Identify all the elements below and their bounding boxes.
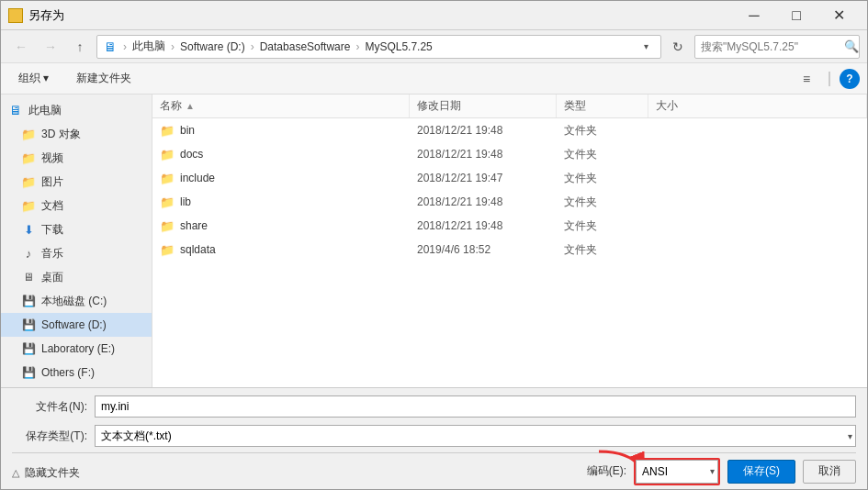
close-button[interactable]: ✕ [817, 1, 860, 30]
sidebar-item-label: 3D 对象 [41, 127, 81, 142]
sidebar-item-label: Others (F:) [41, 366, 95, 379]
sidebar-item-video[interactable]: 📁 视频 [1, 146, 152, 170]
sidebar-item-download[interactable]: ⬇ 下载 [1, 217, 152, 241]
col-header-date[interactable]: 修改日期 [410, 95, 557, 117]
forward-button[interactable]: → [38, 35, 63, 59]
folder-video-icon: 📁 [21, 150, 36, 165]
sidebar-item-label: 本地磁盘 (C:) [41, 294, 107, 309]
drive-f-icon: 💾 [21, 365, 36, 380]
filetype-row: 保存类型(T): 文本文档(*.txt) ▾ [12, 423, 856, 449]
up-button[interactable]: ↑ [67, 35, 93, 59]
table-row[interactable]: 📁 bin 2018/12/21 19:48 文件夹 [152, 118, 867, 142]
toolbar: ← → ↑ 🖥 › 此电脑 › Software (D:) › Database… [1, 30, 867, 63]
filename-row: 文件名(N): [12, 394, 856, 419]
maximize-button[interactable]: □ [775, 1, 817, 30]
breadcrumb-part-3[interactable]: DatabaseSoftware [260, 40, 351, 53]
pc-icon: 🖥 [8, 103, 23, 117]
filename-input[interactable] [95, 395, 856, 418]
breadcrumb-pc-icon: 🖥 [103, 39, 118, 54]
sidebar-item-music[interactable]: ♪ 音乐 [1, 241, 152, 265]
title-bar-text: 另存为 [28, 7, 64, 24]
sidebar-item-label: 桌面 [41, 270, 63, 285]
title-bar-left: 另存为 [8, 7, 64, 24]
drive-d-icon: 💾 [21, 317, 36, 332]
folder-3d-icon: 📁 [21, 127, 36, 141]
filename-label: 文件名(N): [12, 399, 95, 415]
cancel-button[interactable]: 取消 [803, 460, 856, 484]
filetype-select[interactable]: 文本文档(*.txt) [95, 425, 856, 447]
hide-files-label: 隐藏文件夹 [25, 465, 80, 481]
download-icon: ⬇ [21, 222, 36, 237]
sidebar-item-label: Laboratory (E:) [41, 342, 115, 355]
sidebar-item-docs[interactable]: 📁 文档 [1, 194, 152, 217]
title-bar-icon [8, 8, 23, 23]
title-bar: 另存为 ─ □ ✕ [1, 1, 867, 30]
folder-icon: 📁 [160, 218, 175, 233]
bottom-area: 文件名(N): 保存类型(T): 文本文档(*.txt) ▾ △ 隐藏文件夹 [1, 387, 867, 489]
sidebar-item-desktop[interactable]: 🖥 桌面 [1, 265, 152, 289]
sidebar: 🖥 此电脑 📁 3D 对象 📁 视频 📁 图片 📁 文档 ⬇ 下载 [1, 95, 152, 387]
sidebar-item-label: 音乐 [41, 246, 63, 262]
table-row[interactable]: 📁 share 2018/12/21 19:48 文件夹 [152, 214, 867, 238]
sidebar-item-pc[interactable]: 🖥 此电脑 [1, 98, 152, 122]
file-rows: 📁 bin 2018/12/21 19:48 文件夹 📁 docs 2018/1… [152, 118, 867, 387]
encoding-select[interactable]: ANSI UTF-8 Unicode [636, 460, 718, 484]
breadcrumb-dropdown-button[interactable]: ▾ [637, 35, 655, 59]
table-row[interactable]: 📁 lib 2018/12/21 19:48 文件夹 [152, 190, 867, 214]
main-content: 🖥 此电脑 📁 3D 对象 📁 视频 📁 图片 📁 文档 ⬇ 下载 [1, 95, 867, 387]
sidebar-item-localc[interactable]: 💾 本地磁盘 (C:) [1, 289, 152, 313]
search-bar: 🔍 [694, 35, 860, 59]
refresh-button[interactable]: ↻ [665, 35, 691, 59]
help-button[interactable]: ? [840, 69, 860, 89]
sidebar-item-label: 此电脑 [28, 103, 62, 118]
sidebar-item-othf[interactable]: 💾 Others (F:) [1, 361, 152, 384]
hide-files: △ 隐藏文件夹 [12, 462, 80, 481]
col-header-size[interactable]: 大小 [648, 95, 867, 117]
search-input[interactable] [695, 40, 844, 53]
sidebar-item-3d[interactable]: 📁 3D 对象 [1, 122, 152, 146]
action-row: △ 隐藏文件夹 编码(E): ANSI UTF-8 [12, 452, 856, 484]
folder-icon: 📁 [160, 195, 175, 209]
folder-pics-icon: 📁 [21, 174, 36, 189]
breadcrumb: 🖥 › 此电脑 › Software (D:) › DatabaseSoftwa… [96, 35, 661, 59]
save-button[interactable]: 保存(S) [727, 460, 795, 484]
table-row[interactable]: 📁 include 2018/12/21 19:47 文件夹 [152, 166, 867, 190]
minimize-button[interactable]: ─ [733, 1, 775, 30]
table-row[interactable]: 📁 docs 2018/12/21 19:48 文件夹 [152, 142, 867, 166]
col-header-name[interactable]: 名称 ▲ [152, 95, 410, 117]
col-header-type[interactable]: 类型 [557, 95, 648, 117]
organize-button[interactable]: 组织 ▾ [8, 68, 59, 90]
table-row[interactable]: 📁 sqldata 2019/4/6 18:52 文件夹 [152, 238, 867, 262]
sidebar-item-softd[interactable]: 💾 Software (D:) [1, 313, 152, 337]
file-list-container: 名称 ▲ 修改日期 类型 大小 📁 bin [152, 95, 867, 387]
view-toggle-button[interactable]: ≡ [794, 68, 819, 90]
sidebar-item-label: 下载 [41, 222, 63, 238]
filetype-label: 保存类型(T): [12, 429, 95, 444]
sidebar-item-pics[interactable]: 📁 图片 [1, 170, 152, 194]
new-folder-button[interactable]: 新建文件夹 [66, 68, 141, 90]
folder-icon: 📁 [160, 242, 175, 257]
save-as-dialog: 另存为 ─ □ ✕ ← → ↑ 🖥 › 此电脑 › Software (D:) … [0, 0, 868, 490]
folder-docs-icon: 📁 [21, 198, 36, 213]
breadcrumb-part-4[interactable]: MySQL5.7.25 [365, 40, 432, 53]
file-list-header: 名称 ▲ 修改日期 类型 大小 [152, 95, 867, 118]
sidebar-item-label: Software (D:) [41, 318, 107, 331]
desktop-icon: 🖥 [21, 270, 36, 284]
search-button[interactable]: 🔍 [844, 35, 859, 59]
hide-files-triangle: △ [12, 467, 19, 479]
sidebar-item-label: 文档 [41, 198, 63, 214]
encoding-select-wrapper: ANSI UTF-8 Unicode ▾ [634, 458, 720, 485]
breadcrumb-part-2[interactable]: Software (D:) [180, 40, 245, 53]
breadcrumb-part-1[interactable]: 此电脑 [132, 39, 165, 54]
drive-e-icon: 💾 [21, 341, 36, 356]
folder-icon: 📁 [160, 171, 175, 185]
sidebar-item-labe[interactable]: 💾 Laboratory (E:) [1, 337, 152, 361]
drive-c-icon: 💾 [21, 294, 36, 308]
sidebar-item-label: 视频 [41, 150, 63, 166]
folder-icon: 📁 [160, 123, 175, 138]
back-button[interactable]: ← [8, 35, 34, 59]
action-bar: 组织 ▾ 新建文件夹 ≡ ? [1, 63, 867, 95]
folder-icon: 📁 [160, 147, 175, 161]
music-icon: ♪ [21, 246, 36, 261]
filetype-select-wrapper: 文本文档(*.txt) ▾ [95, 425, 856, 447]
